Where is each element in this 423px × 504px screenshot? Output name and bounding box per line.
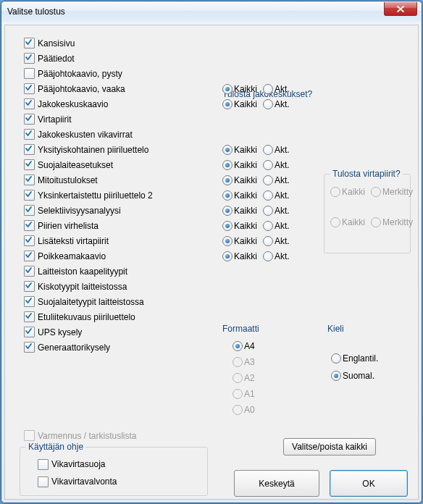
radio-akt[interactable] — [263, 190, 273, 201]
radio-akt-label: Akt. — [275, 160, 290, 170]
radio-akt[interactable] — [263, 99, 273, 109]
checkbox-label: Kiskotyypit laitteistossa — [38, 282, 127, 292]
language-english-radio[interactable] — [331, 353, 341, 364]
checkbox[interactable] — [24, 98, 35, 109]
radio-akt[interactable] — [263, 206, 273, 216]
radio-akt[interactable] — [263, 160, 273, 170]
radio-akt[interactable] — [263, 84, 273, 94]
checkbox-label: Jakokeskusten vikavirrat — [38, 130, 133, 140]
format-label: A2 — [244, 373, 255, 383]
radio-kaikki[interactable] — [222, 84, 233, 94]
radio-kaikki[interactable] — [222, 251, 233, 261]
radio-row: KaikkiAkt. — [222, 142, 294, 157]
check-row: Pääjohtokaavio, pysty — [24, 66, 205, 81]
user-guide-group: Käyttäjän ohje Vikavirtasuoja Vikavirtav… — [20, 447, 208, 496]
checkbox[interactable] — [24, 38, 35, 49]
radio-row: KaikkiAkt. — [222, 157, 294, 172]
radio-kaikki[interactable] — [222, 175, 233, 185]
checkbox-label: Mitoitustulokset — [38, 175, 98, 185]
checkbox[interactable] — [24, 235, 35, 246]
virtapiirit-all-label-2: Kaikki — [342, 217, 365, 227]
radio-akt[interactable] — [263, 175, 273, 185]
checkbox-label: Poikkeamakaavio — [38, 251, 106, 261]
check-row: Jakokeskusten vikavirrat — [24, 127, 205, 142]
checkbox[interactable] — [24, 129, 35, 140]
radio-kaikki[interactable] — [222, 99, 233, 109]
vikavirtavalvonta-checkbox[interactable] — [38, 476, 49, 487]
radio-kaikki-label: Kaikki — [234, 236, 257, 246]
ok-button[interactable]: OK — [330, 470, 408, 497]
varmennus-label: Varmennus / tarkistuslista — [38, 431, 137, 441]
check-row: Kiskotyypit laitteistossa — [24, 279, 205, 294]
close-button[interactable] — [384, 2, 417, 16]
checkbox-label: Lisäteksti virtapiirit — [38, 236, 109, 246]
checkbox[interactable] — [24, 327, 35, 337]
format-radio — [233, 373, 243, 383]
radio-kaikki[interactable] — [222, 190, 233, 201]
checkbox-label: Yksityiskohtainen piiriluettelo — [38, 145, 148, 155]
vikavirtavalvonta-label: Vikavirtavalvonta — [51, 476, 117, 487]
checkbox-label: Kansisivu — [38, 38, 75, 49]
radio-akt-label: Akt. — [275, 84, 290, 94]
vikavirtasuoja-checkbox[interactable] — [38, 459, 49, 470]
radio-kaikki-label: Kaikki — [234, 251, 257, 261]
virtapiirit-marked-radio-2 — [371, 217, 381, 227]
checkbox[interactable] — [24, 144, 35, 155]
checkbox[interactable] — [24, 281, 35, 292]
checkbox-label: Jakokeskuskaavio — [38, 99, 108, 109]
language-column: Englantil. Suomal. — [331, 350, 411, 385]
radio-akt[interactable] — [263, 145, 273, 155]
virtapiirit-title: Tulosta virtapiirit? — [330, 169, 403, 179]
radio-kaikki[interactable] — [222, 145, 233, 155]
check-row: Päätiedot — [24, 51, 205, 66]
checkbox[interactable] — [24, 205, 35, 216]
format-radio[interactable] — [233, 341, 243, 351]
check-row: Mitoitustulokset — [24, 172, 205, 188]
checkbox-label: Etuliitekuvaus piiriluettelo — [38, 312, 135, 322]
format-option-row: A4 — [233, 338, 312, 354]
format-label: A1 — [244, 389, 255, 399]
checkbox[interactable] — [24, 114, 35, 125]
check-row: Virtapiirit — [24, 112, 205, 127]
checkbox[interactable] — [24, 68, 35, 79]
checkbox-label: Päätiedot — [38, 54, 75, 64]
jakokeskukset-column: KaikkiAkt.KaikkiAkt.KaikkiAkt.KaikkiAkt.… — [222, 105, 317, 293]
radio-kaikki[interactable] — [222, 160, 233, 170]
language-finnish-radio[interactable] — [331, 371, 341, 381]
ok-label: OK — [362, 479, 374, 489]
format-column: A4A3A2A1A0 — [233, 338, 312, 418]
format-radio — [233, 405, 243, 415]
check-row: Piirien virhelista — [24, 218, 205, 233]
radio-row: KaikkiAkt. — [222, 172, 294, 188]
radio-kaikki[interactable] — [222, 221, 233, 231]
language-english-label: Englantil. — [343, 353, 378, 364]
format-radio — [233, 389, 243, 399]
checkbox[interactable] — [24, 190, 35, 201]
check-row: Etuliitekuvaus piiriluettelo — [24, 309, 205, 324]
format-option-row: A1 — [233, 386, 312, 402]
checkbox[interactable] — [24, 83, 35, 94]
radio-akt[interactable] — [263, 221, 273, 231]
vikavirtasuoja-label: Vikavirtasuoja — [51, 459, 105, 469]
checkbox[interactable] — [24, 342, 35, 353]
checkbox[interactable] — [24, 311, 35, 322]
checkbox[interactable] — [24, 53, 35, 64]
radio-kaikki[interactable] — [222, 206, 233, 216]
checkbox-label: Suojalaiteasetukset — [38, 160, 113, 170]
radio-akt[interactable] — [263, 251, 273, 261]
checkbox[interactable] — [24, 296, 35, 307]
toggle-all-button[interactable]: Valitse/poista kaikki — [283, 438, 376, 455]
checkbox-label: Laitteiston kaapelityypit — [38, 266, 127, 277]
cancel-button[interactable]: Keskeytä — [234, 470, 319, 497]
radio-akt[interactable] — [263, 236, 273, 246]
checkbox[interactable] — [24, 159, 35, 170]
checkbox[interactable] — [24, 266, 35, 277]
radio-kaikki[interactable] — [222, 236, 233, 246]
checkbox-label: Virtapiirit — [38, 114, 71, 125]
checkbox-label: UPS kysely — [38, 327, 82, 337]
checkbox[interactable] — [24, 251, 35, 261]
checkbox[interactable] — [24, 220, 35, 231]
radio-akt-label: Akt. — [275, 206, 290, 216]
check-row: Lisäteksti virtapiirit — [24, 233, 205, 248]
checkbox[interactable] — [24, 175, 35, 185]
